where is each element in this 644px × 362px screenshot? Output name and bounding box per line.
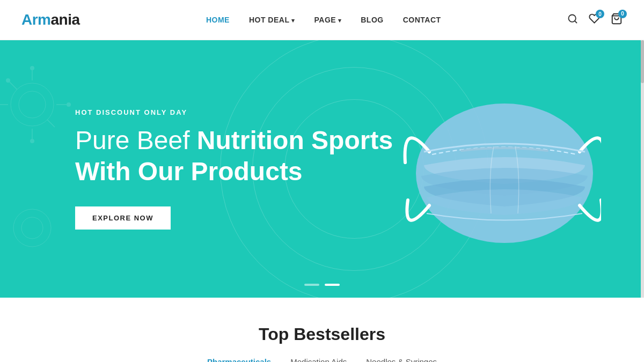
svg-point-8 — [30, 139, 34, 143]
tab-medication-aids[interactable]: Medication Aids — [290, 357, 347, 362]
logo[interactable]: Armania — [21, 11, 80, 28]
category-tabs: Pharmaceuticals Medication Aids Needles … — [21, 357, 623, 362]
nav-link-hotdeal[interactable]: HOT DEAL — [249, 16, 295, 24]
svg-point-16 — [13, 209, 51, 247]
nav-item-contact[interactable]: CONTACT — [403, 15, 441, 25]
main-nav: HOME HOT DEAL PAGE BLOG CONTACT — [206, 15, 441, 25]
logo-text: ania — [51, 11, 80, 28]
svg-point-4 — [19, 91, 46, 118]
nav-link-page[interactable]: PAGE — [314, 16, 342, 24]
search-button[interactable] — [567, 13, 578, 27]
slider-dots — [304, 284, 340, 286]
svg-point-12 — [67, 102, 71, 107]
hero-content: HOT DISCOUNT ONLY DAY Pure Beef Nutritio… — [75, 108, 393, 229]
logo-highlight: Arm — [21, 11, 51, 28]
nav-item-blog[interactable]: BLOG — [361, 15, 383, 25]
slider-dot-1[interactable] — [304, 284, 319, 286]
wishlist-badge: 0 — [596, 10, 604, 18]
hero-title-line1: Pure Beef Nutrition Sports — [75, 126, 393, 154]
nav-link-blog[interactable]: BLOG — [361, 16, 383, 24]
section-title: Top Bestsellers — [21, 324, 623, 344]
hero-image — [376, 71, 601, 267]
svg-point-17 — [21, 217, 43, 239]
cart-badge: 0 — [618, 10, 627, 18]
header: Armania HOME HOT DEAL PAGE BLOG CONTACT — [0, 0, 644, 40]
hero-banner: HOT DISCOUNT ONLY DAY Pure Beef Nutritio… — [0, 40, 644, 298]
nav-list: HOME HOT DEAL PAGE BLOG CONTACT — [206, 15, 441, 25]
svg-line-1 — [575, 20, 577, 23]
slider-dot-2[interactable] — [325, 284, 340, 286]
mask-illustration — [376, 71, 601, 264]
tab-pharmaceuticals[interactable]: Pharmaceuticals — [207, 357, 271, 362]
hero-title: Pure Beef Nutrition Sports With Our Prod… — [75, 125, 393, 187]
nav-item-page[interactable]: PAGE — [314, 15, 342, 25]
cart-button[interactable]: 0 — [611, 13, 623, 27]
explore-button[interactable]: EXPLORE NOW — [75, 206, 171, 230]
svg-point-14 — [6, 78, 10, 83]
bestsellers-section: Top Bestsellers Pharmaceuticals Medicati… — [0, 298, 644, 362]
tab-needles-syringes[interactable]: Needles & Syringes — [366, 357, 437, 362]
scrollbar-thumb — [641, 40, 644, 83]
scrollbar[interactable] — [641, 40, 644, 298]
wishlist-button[interactable]: 0 — [589, 13, 600, 27]
svg-point-6 — [30, 66, 34, 70]
nav-item-home[interactable]: HOME — [206, 15, 230, 25]
hero-subtitle: HOT DISCOUNT ONLY DAY — [75, 108, 393, 116]
hero-title-line2: With Our Products — [75, 157, 303, 186]
svg-line-15 — [47, 120, 55, 127]
nav-item-hotdeal[interactable]: HOT DEAL — [249, 15, 295, 25]
svg-line-13 — [10, 82, 17, 90]
nav-link-home[interactable]: HOME — [206, 16, 230, 24]
header-actions: 0 0 — [567, 13, 623, 27]
nav-link-contact[interactable]: CONTACT — [403, 16, 441, 24]
